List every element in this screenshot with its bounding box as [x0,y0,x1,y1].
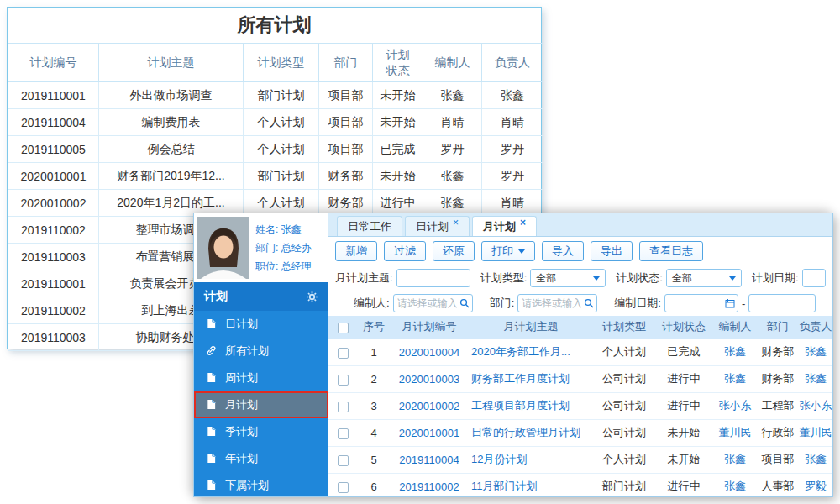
profile-name: 姓名: 张鑫 [255,220,312,239]
row-checkbox[interactable] [338,455,349,466]
select-all-checkbox[interactable] [338,323,349,333]
plan-table-row[interactable]: 5201911000412月份计划个人计划未开始张鑫项目部张鑫 [328,446,832,473]
plan-link-owner[interactable]: 张鑫 [805,345,827,358]
close-icon[interactable]: × [520,218,526,228]
bg-table-cell: 罗丹 [482,136,543,163]
plan-link-number[interactable]: 2020010004 [399,346,459,359]
bg-table-cell: 编制费用表 [99,109,244,136]
bg-table-cell: 肖晴 [423,109,482,136]
plan-table-row[interactable]: 32020010002工程项目部月度计划公司计划进行中张小东工程部张小东 [328,392,832,419]
gear-icon[interactable] [306,291,318,303]
compile-date-from [664,294,738,312]
plan-link-topic[interactable]: 日常的行政管理月计划 [471,426,580,438]
plan-cell-dept: 行政部 [757,419,799,446]
sidebar-item-annual-plan[interactable]: 年计划 [194,445,328,472]
plan-link-owner[interactable]: 张鑫 [805,453,827,465]
bg-table-cell: 个人计划 [244,136,319,163]
tab-monthly-plan[interactable]: 月计划× [472,216,537,236]
import-button[interactable]: 导入 [542,241,584,261]
bg-table-cell: 项目部 [319,109,373,136]
plan-link-creator[interactable]: 张小东 [719,399,752,412]
plan-link-creator[interactable]: 张鑫 [724,345,746,358]
sidebar-item-label: 年计划 [225,451,258,466]
plan-link-creator[interactable]: 董川民 [719,426,752,438]
bg-table-cell: 未开始 [373,82,423,109]
plan-column-header: 计划类型 [594,316,654,339]
plan-link-topic[interactable]: 12月份计划 [471,453,527,465]
bg-column-header: 计划类型 [244,44,319,82]
export-button[interactable]: 导出 [591,241,633,261]
sidebar-item-daily-plan[interactable]: 日计划 [194,311,328,338]
plan-link-topic[interactable]: 财务部工作月度计划 [471,372,570,385]
plan-date-label: 计划日期: [752,270,799,286]
toolbar: 新增过滤还原打印导入导出查看日志 [328,237,832,265]
plan-link-number[interactable]: 2020010001 [399,427,459,439]
calendar-icon[interactable] [725,298,735,308]
plan-table-row[interactable]: 42020010001日常的行政管理月计划公司计划未开始董川民行政部董川民 [328,419,832,446]
sidebar-item-label: 所有计划 [225,344,269,359]
plan-link-owner[interactable]: 张鑫 [805,372,827,385]
plan-cell-no: 3 [357,392,391,419]
bg-table-row[interactable]: 2019110001外出做市场调查部门计划项目部未开始张鑫张鑫 [8,82,543,109]
plan-link-creator[interactable]: 张鑫 [724,372,746,385]
sidebar-item-quarterly-plan[interactable]: 季计划 [194,418,328,445]
tab-daily-work[interactable]: 日常工作 [337,216,402,236]
all-plans-header-row: 计划编号计划主题计划类型部门计划状态编制人负责人 [8,44,543,82]
plan-status-select[interactable]: 全部 [666,269,742,287]
plan-link-number[interactable]: 2020010002 [399,400,459,412]
sidebar-item-label: 月计划 [225,397,258,412]
plan-link-topic[interactable]: 11月部门计划 [471,480,538,492]
monthly-topic-input[interactable] [396,269,470,287]
bg-table-cell: 张鑫 [482,82,543,109]
add-button[interactable]: 新增 [335,241,377,261]
compile-date-to-input[interactable] [748,294,816,312]
plan-link-creator[interactable]: 张鑫 [724,453,746,465]
plan-cell-creator: 张小东 [713,392,757,419]
row-checkbox[interactable] [338,375,349,386]
plan-cell-dept: 人事部 [757,473,799,496]
bg-table-row[interactable]: 2019110004编制费用表个人计划项目部未开始肖晴肖晴 [8,109,543,136]
sidebar-item-all-plans[interactable]: 所有计划 [194,338,328,365]
search-icon[interactable] [584,298,594,308]
plan-column-header: 月计划主题 [468,316,594,339]
file-icon [206,480,218,491]
bg-table-row[interactable]: 2020010001财务部门2019年12...部门计划财务部未开始张鑫罗丹 [8,163,543,190]
search-icon[interactable] [459,298,470,308]
plan-link-owner[interactable]: 罗毅 [805,480,827,492]
button-label: 还原 [443,244,465,259]
sidebar-item-weekly-plan[interactable]: 周计划 [194,365,328,391]
tab-daily-plan[interactable]: 日计划× [405,216,470,236]
close-icon[interactable]: × [453,218,459,228]
bg-table-cell: 2019110001 [8,82,99,109]
plan-table-row[interactable]: 22020010003财务部工作月度计划公司计划进行中张鑫财务部张鑫 [328,365,832,392]
print-button[interactable]: 打印 [481,241,535,261]
plan-link-creator[interactable]: 张鑫 [724,480,746,492]
plan-link-owner[interactable]: 董川民 [800,426,832,438]
restore-button[interactable]: 还原 [433,241,475,261]
plan-link-topic[interactable]: 2020年务部工作月... [471,345,570,358]
plan-table-row[interactable]: 6201911000211月部门计划部门计划进行中张鑫人事部罗毅 [328,473,832,496]
plan-link-owner[interactable]: 张小东 [800,399,832,412]
bg-table-row[interactable]: 2019110005例会总结个人计划项目部已完成罗丹罗丹 [8,136,543,163]
plan-date-input[interactable] [802,269,827,287]
filter-button[interactable]: 过滤 [384,241,426,261]
plan-table-row[interactable]: 120200100042020年务部工作月...个人计划已完成张鑫财务部张鑫 [328,339,832,365]
link-icon [206,345,218,357]
button-label: 导出 [601,244,622,259]
plan-link-number[interactable]: 2019110002 [399,480,459,493]
bg-table-cell: 项目部 [319,82,373,109]
row-checkbox[interactable] [338,348,349,359]
sidebar-item-monthly-plan[interactable]: 月计划 [194,391,328,418]
bg-table-cell: 2020010001 [8,163,99,190]
sidebar-item-subordinate-plans[interactable]: 下属计划 [194,472,328,499]
row-checkbox[interactable] [338,482,349,493]
row-checkbox[interactable] [338,428,349,439]
plan-type-select[interactable]: 全部 [530,269,606,287]
plan-link-number[interactable]: 2019110004 [399,454,459,466]
plan-link-topic[interactable]: 工程项目部月度计划 [471,399,570,412]
row-checkbox[interactable] [338,402,349,412]
plan-link-number[interactable]: 2020010003 [399,373,459,386]
sidebar-item-label: 日计划 [225,317,258,332]
view-log-button[interactable]: 查看日志 [639,241,703,261]
sidebar-section-plans[interactable]: 计划 [194,282,328,311]
